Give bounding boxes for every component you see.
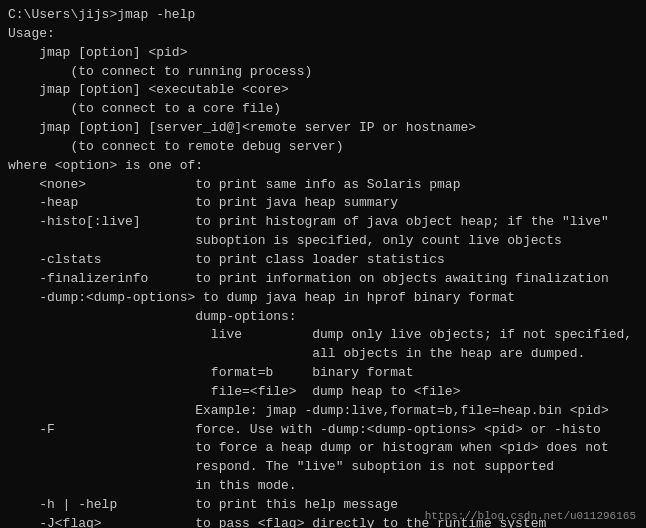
terminal-line: -histo[:live] to print histogram of java… — [8, 213, 638, 232]
terminal-line: -dump:<dump-options> to dump java heap i… — [8, 289, 638, 308]
terminal-line: respond. The "live" suboption is not sup… — [8, 458, 638, 477]
terminal-line: where <option> is one of: — [8, 157, 638, 176]
terminal-output: C:\Users\jijs>jmap -helpUsage: jmap [opt… — [8, 6, 638, 528]
terminal-line: format=b binary format — [8, 364, 638, 383]
terminal-line: (to connect to remote debug server) — [8, 138, 638, 157]
terminal-line: dump-options: — [8, 308, 638, 327]
terminal-line: all objects in the heap are dumped. — [8, 345, 638, 364]
watermark: https://blog.csdn.net/u011296165 — [425, 510, 636, 522]
terminal-line: -clstats to print class loader statistic… — [8, 251, 638, 270]
terminal-line: in this mode. — [8, 477, 638, 496]
terminal-line: -finalizerinfo to print information on o… — [8, 270, 638, 289]
terminal-line: Example: jmap -dump:live,format=b,file=h… — [8, 402, 638, 421]
terminal-line: -F force. Use with -dump:<dump-options> … — [8, 421, 638, 440]
terminal-line: (to connect to running process) — [8, 63, 638, 82]
terminal-line: jmap [option] <pid> — [8, 44, 638, 63]
terminal-line: C:\Users\jijs>jmap -help — [8, 6, 638, 25]
terminal-line: suboption is specified, only count live … — [8, 232, 638, 251]
terminal-line: live dump only live objects; if not spec… — [8, 326, 638, 345]
terminal-line: jmap [option] <executable <core> — [8, 81, 638, 100]
terminal-line: -heap to print java heap summary — [8, 194, 638, 213]
terminal-line: to force a heap dump or histogram when <… — [8, 439, 638, 458]
terminal-line: file=<file> dump heap to <file> — [8, 383, 638, 402]
terminal-line: Usage: — [8, 25, 638, 44]
terminal-line: jmap [option] [server_id@]<remote server… — [8, 119, 638, 138]
terminal-window: C:\Users\jijs>jmap -helpUsage: jmap [opt… — [0, 0, 646, 528]
terminal-line: (to connect to a core file) — [8, 100, 638, 119]
terminal-line: <none> to print same info as Solaris pma… — [8, 176, 638, 195]
